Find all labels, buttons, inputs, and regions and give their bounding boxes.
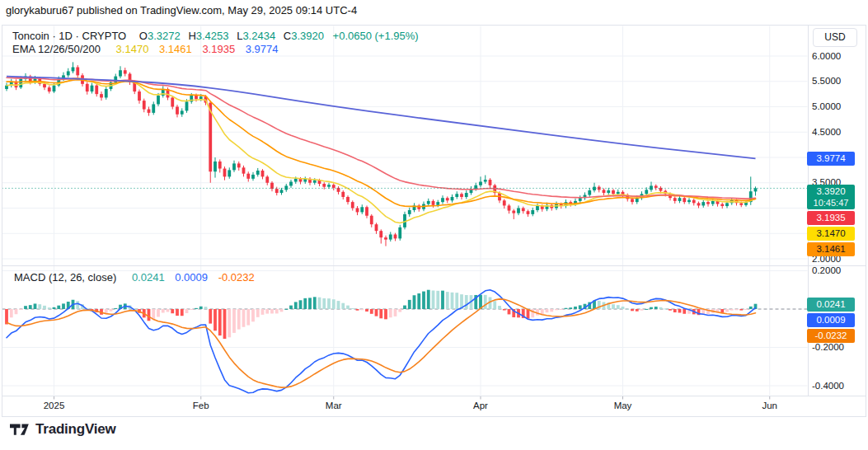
candle[interactable] <box>436 202 439 205</box>
candle[interactable] <box>152 104 155 112</box>
candle[interactable] <box>617 192 620 194</box>
symbol-legend[interactable]: Toncoin · 1D · CRYPTO O3.3272 H3.4253 L3… <box>12 30 419 42</box>
candle[interactable] <box>678 198 682 201</box>
candle[interactable] <box>313 180 317 183</box>
candle[interactable] <box>143 101 146 109</box>
candle[interactable] <box>251 175 255 179</box>
candle[interactable] <box>673 198 677 201</box>
candle[interactable] <box>365 207 368 215</box>
candle[interactable] <box>341 192 345 197</box>
candle[interactable] <box>697 203 701 205</box>
candle[interactable] <box>237 163 241 167</box>
candle[interactable] <box>67 71 70 75</box>
candle[interactable] <box>360 207 364 212</box>
candle[interactable] <box>408 210 411 214</box>
candle[interactable] <box>72 68 75 72</box>
candle[interactable] <box>228 170 231 176</box>
candle[interactable] <box>275 189 279 193</box>
candle[interactable] <box>739 203 743 204</box>
candle[interactable] <box>181 110 184 114</box>
candle[interactable] <box>432 201 435 205</box>
candle[interactable] <box>451 197 454 200</box>
candle[interactable] <box>754 188 758 191</box>
candle[interactable] <box>531 210 534 214</box>
candle[interactable] <box>280 190 284 193</box>
candle[interactable] <box>725 203 729 206</box>
candle[interactable] <box>645 190 648 194</box>
candle[interactable] <box>503 200 506 205</box>
candle[interactable] <box>199 96 203 99</box>
candle[interactable] <box>720 204 724 206</box>
candle[interactable] <box>48 87 51 91</box>
candle[interactable] <box>327 185 331 186</box>
candle[interactable] <box>124 70 127 73</box>
candle[interactable] <box>384 237 387 239</box>
candle[interactable] <box>261 171 265 176</box>
candle[interactable] <box>138 91 141 101</box>
candle[interactable] <box>655 185 658 187</box>
candle[interactable] <box>527 211 530 214</box>
candle[interactable] <box>612 190 615 194</box>
candle[interactable] <box>441 198 444 202</box>
currency-button[interactable]: USD <box>813 28 857 47</box>
candle[interactable] <box>579 198 582 201</box>
candle[interactable] <box>607 190 610 193</box>
candle[interactable] <box>631 199 634 202</box>
candle[interactable] <box>701 202 705 205</box>
candle[interactable] <box>346 197 350 202</box>
candle[interactable] <box>195 96 198 99</box>
candle[interactable] <box>455 194 458 197</box>
candle[interactable] <box>375 224 378 231</box>
candle[interactable] <box>242 167 246 173</box>
candle[interactable] <box>446 198 449 200</box>
candle[interactable] <box>91 86 94 91</box>
candle[interactable] <box>86 84 89 91</box>
candle[interactable] <box>213 162 217 171</box>
candle[interactable] <box>711 201 715 204</box>
candle[interactable] <box>706 202 710 204</box>
candle[interactable] <box>43 84 46 87</box>
ema-legend[interactable]: EMA 12/26/50/200 3.1470 3.1461 3.1935 3.… <box>12 43 279 55</box>
candle[interactable] <box>19 79 22 87</box>
candle[interactable] <box>508 205 511 210</box>
candle[interactable] <box>593 187 596 190</box>
candle[interactable] <box>398 227 401 239</box>
candle[interactable] <box>232 163 236 170</box>
candle[interactable] <box>370 216 373 224</box>
candle[interactable] <box>185 101 189 110</box>
candle[interactable] <box>484 180 487 181</box>
candle[interactable] <box>53 86 56 91</box>
candle[interactable] <box>223 169 227 177</box>
candle[interactable] <box>105 89 108 97</box>
candle[interactable] <box>351 202 354 208</box>
tradingview-logo[interactable]: TradingView <box>10 421 116 438</box>
candle[interactable] <box>379 231 382 237</box>
candle[interactable] <box>322 184 326 187</box>
candle[interactable] <box>171 97 174 106</box>
candle[interactable] <box>517 209 520 213</box>
candle[interactable] <box>246 174 250 179</box>
candle[interactable] <box>692 200 696 204</box>
candle[interactable] <box>119 70 122 76</box>
candle[interactable] <box>356 209 359 213</box>
chart-canvas[interactable] <box>0 0 868 450</box>
candle[interactable] <box>218 162 222 169</box>
candle[interactable] <box>332 185 335 188</box>
candle[interactable] <box>95 86 98 94</box>
candle[interactable] <box>100 94 103 97</box>
macd-legend[interactable]: MACD (12, 26, close) 0.0241 0.0009 -0.02… <box>14 271 255 284</box>
candle[interactable] <box>489 180 492 185</box>
candle[interactable] <box>460 194 463 197</box>
candle[interactable] <box>427 201 430 204</box>
candle[interactable] <box>148 110 151 113</box>
candle[interactable] <box>479 182 482 185</box>
candle[interactable] <box>289 182 293 186</box>
candle[interactable] <box>536 206 539 210</box>
candle[interactable] <box>512 211 515 213</box>
candle[interactable] <box>687 200 691 202</box>
candle[interactable] <box>294 179 298 182</box>
candle[interactable] <box>389 234 392 239</box>
candle[interactable] <box>588 190 591 195</box>
candle[interactable] <box>265 176 269 182</box>
candle[interactable] <box>256 171 260 175</box>
